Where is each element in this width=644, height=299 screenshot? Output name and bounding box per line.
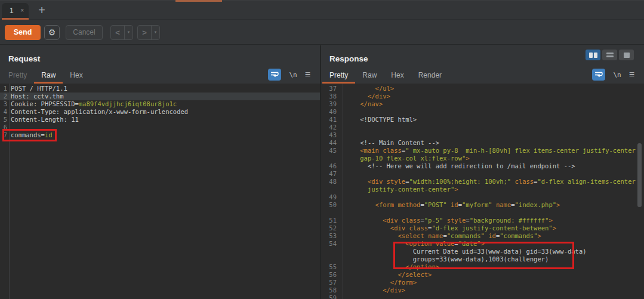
- line-number: 2: [0, 93, 7, 100]
- layout-columns-button[interactable]: [586, 50, 600, 60]
- response-title: Response: [329, 54, 368, 63]
- back-dropdown-icon[interactable]: ▾: [125, 30, 133, 35]
- line-number: 7: [0, 131, 7, 139]
- repeater-toolbar: Send ⚙ Cancel < ▾ > ▾: [0, 20, 644, 45]
- parent-tab-accent-sliver: [175, 0, 222, 2]
- single-pane-glyph: [624, 53, 630, 58]
- line-number: 38: [321, 93, 337, 100]
- line-number: 41: [321, 116, 337, 124]
- code-line: 52 <div class="d-flex justify-content-be…: [321, 224, 644, 232]
- rows-glyph: [606, 53, 614, 57]
- code-line: 51 <div class="p-5" style="background: #…: [321, 217, 644, 224]
- code-line: 4Content-Type: application/x-www-form-ur…: [0, 108, 320, 116]
- line-number: [321, 248, 337, 255]
- line-number: 53: [321, 232, 337, 240]
- forward-arrow-icon: >: [138, 28, 151, 37]
- back-arrow-icon: <: [111, 28, 124, 37]
- repeater-tab-1[interactable]: 1 ×: [2, 3, 29, 20]
- send-button[interactable]: Send: [5, 25, 41, 40]
- tab-pretty[interactable]: Pretty: [1, 69, 34, 84]
- layout-switcher: [586, 50, 634, 60]
- new-tab-button[interactable]: +: [34, 2, 50, 19]
- request-header: Request Pretty Raw Hex \n ≡: [0, 45, 320, 84]
- code-line: 7commands=id: [0, 131, 320, 139]
- line-number: [321, 186, 337, 193]
- repeater-tab-label: 1: [10, 7, 14, 15]
- code-line: 40: [321, 108, 644, 116]
- line-number: [321, 255, 337, 263]
- newline-toggle-icon[interactable]: \n: [289, 71, 297, 79]
- tab-raw[interactable]: Raw: [355, 69, 384, 84]
- word-wrap-glyph: [594, 71, 603, 78]
- code-line: 47: [321, 170, 644, 178]
- history-nav-group: < ▾ > ▾: [110, 25, 160, 40]
- word-wrap-icon[interactable]: [592, 69, 605, 81]
- response-panel: Response Pretty Raw Hex Render \n ≡ 37 <…: [321, 45, 644, 299]
- code-line: 56 </select>: [321, 271, 644, 279]
- code-line: 38 </div>: [321, 93, 644, 100]
- repeater-tab-strip: 1 × +: [0, 0, 644, 20]
- tab-render[interactable]: Render: [411, 69, 449, 84]
- line-number: 56: [321, 271, 337, 279]
- code-line: 45 <main class=" mx-auto py-8 min-h-[80v…: [321, 147, 644, 155]
- close-icon[interactable]: ×: [20, 7, 24, 14]
- layout-single-button[interactable]: [619, 50, 634, 60]
- line-number: 37: [321, 85, 337, 93]
- line-number: 48: [321, 178, 337, 186]
- request-panel: Request Pretty Raw Hex \n ≡ 1POST / HTTP…: [0, 45, 320, 299]
- line-number: 1: [0, 85, 7, 93]
- line-number: 43: [321, 131, 337, 139]
- line-number: 59: [321, 294, 337, 299]
- code-line: 42: [321, 124, 644, 131]
- code-line: 1POST / HTTP/1.1: [0, 85, 320, 93]
- response-editor[interactable]: 37 </ul>38 </div>39 </nav>4041 <!DOCTYPE…: [321, 84, 644, 299]
- code-line: 50 <form method="POST" id="myform" name=…: [321, 201, 644, 209]
- code-line: 57 </form>: [321, 279, 644, 286]
- gear-icon[interactable]: ⚙: [44, 25, 60, 40]
- code-line: 5Content-Length: 11: [0, 116, 320, 124]
- code-line: 6: [0, 124, 320, 131]
- line-number: 54: [321, 240, 337, 248]
- tab-pretty[interactable]: Pretty: [322, 69, 355, 84]
- code-line: gap-10 flex-col xl:flex-row">: [321, 155, 644, 162]
- tab-raw[interactable]: Raw: [34, 69, 63, 84]
- line-number: 5: [0, 116, 7, 124]
- cancel-button[interactable]: Cancel: [66, 25, 103, 40]
- code-line: [321, 209, 644, 217]
- line-number: 45: [321, 147, 337, 155]
- line-number: 57: [321, 279, 337, 286]
- word-wrap-icon[interactable]: [268, 69, 281, 81]
- burp-repeater-window: { "icons": { "close": "×", "plus": "+", …: [0, 0, 644, 299]
- word-wrap-glyph: [270, 71, 279, 78]
- request-header-icons: \n ≡: [268, 69, 310, 81]
- tab-hex[interactable]: Hex: [384, 69, 411, 84]
- newline-toggle-icon[interactable]: \n: [613, 71, 621, 79]
- response-header: Response Pretty Raw Hex Render \n ≡: [321, 45, 644, 84]
- request-title: Request: [8, 54, 40, 63]
- line-number: 46: [321, 162, 337, 170]
- forward-dropdown-icon[interactable]: ▾: [152, 30, 159, 35]
- forward-button[interactable]: > ▾: [137, 25, 160, 40]
- line-number: 58: [321, 286, 337, 294]
- request-editor[interactable]: 1POST / HTTP/1.12Host: cctv.thm3Cookie: …: [0, 84, 320, 299]
- menu-icon[interactable]: ≡: [305, 72, 310, 78]
- line-number: 47: [321, 170, 337, 178]
- columns-glyph: [589, 53, 593, 58]
- back-button[interactable]: < ▾: [110, 25, 133, 40]
- line-number: 39: [321, 100, 337, 108]
- code-line: 55 </option>: [321, 263, 644, 271]
- code-line: 2Host: cctv.thm: [0, 93, 320, 100]
- line-number: 51: [321, 217, 337, 224]
- line-number: 6: [0, 124, 7, 131]
- tab-hex[interactable]: Hex: [63, 69, 90, 84]
- code-line: 41 <!DOCTYPE html>: [321, 116, 644, 124]
- response-view-tabs: Pretty Raw Hex Render: [322, 69, 449, 84]
- code-line: 37 </ul>: [321, 85, 644, 93]
- line-number: 3: [0, 100, 7, 108]
- vertical-scrollbar[interactable]: [637, 143, 642, 207]
- menu-icon[interactable]: ≡: [629, 72, 634, 78]
- code-line: 58 </div>: [321, 286, 644, 294]
- code-line: Current Date uid=33(www-data) gid=33(www…: [321, 248, 644, 255]
- panel-divider[interactable]: [320, 45, 321, 299]
- layout-rows-button[interactable]: [602, 50, 617, 60]
